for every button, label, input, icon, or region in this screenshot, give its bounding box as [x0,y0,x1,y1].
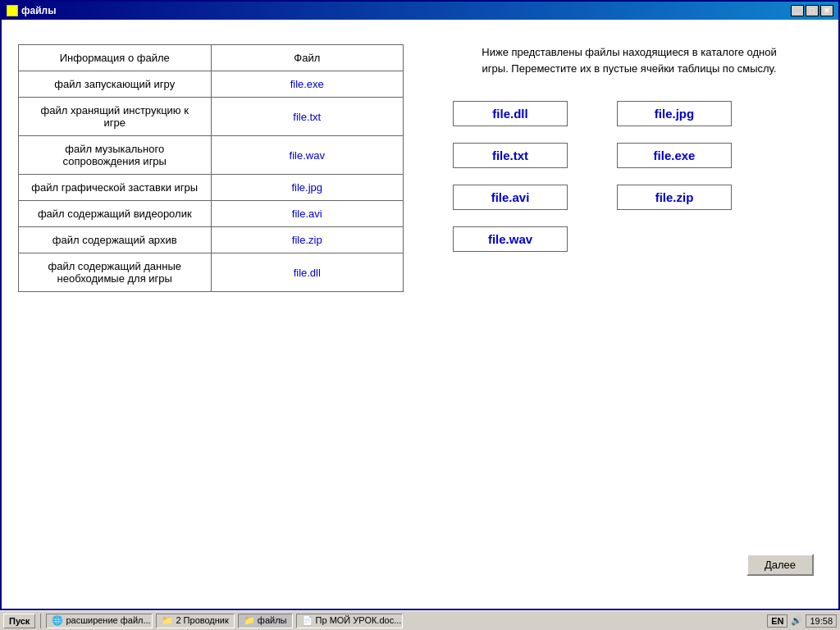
col2-header: Файл [211,45,404,71]
taskbar-item-1-label: 🌐 расширение файл... [52,615,150,626]
table-row: файл хранящий инструкцию к игреfile.txt [19,98,404,136]
file-box-5[interactable]: file.zip [617,185,732,210]
window-icon [7,5,18,16]
table-row: файл музыкального сопровождения игрыfile… [19,136,404,175]
row-desc-0: файл запускающий игру [19,71,212,98]
title-bar-left: файлы [7,5,56,16]
row-desc-3: файл графической заставки игры [19,175,212,201]
table-row: файл содержащий данные необходимые для и… [19,253,404,292]
row-file-4[interactable]: file.avi [211,201,404,227]
right-panel: Ниже представлены файлы находящиеся в ка… [436,36,822,592]
start-button[interactable]: Пуск [3,614,35,628]
file-grid: file.dllfile.jpgfile.txtfile.exefile.avi… [453,101,822,252]
taskbar-item-1[interactable]: 🌐 расширение файл... [46,614,153,628]
row-file-2[interactable]: file.wav [211,136,404,175]
file-box-1[interactable]: file.jpg [617,101,732,126]
table-row: файл содержащий видеороликfile.avi [19,201,404,227]
main-layout: Информация о файле Файл файл запускающий… [18,36,822,592]
clock: 19:58 [806,614,837,628]
row-file-6[interactable]: file.dll [211,253,404,292]
file-box-4[interactable]: file.avi [453,185,568,210]
taskbar-item-4[interactable]: 📄 Пр МОЙ УРОК.doc... [296,614,403,628]
row-desc-1: файл хранящий инструкцию к игре [19,98,212,136]
file-table: Информация о файле Файл файл запускающий… [18,44,404,292]
taskbar-right: EN 🔊 19:58 [767,614,837,628]
window-content: Информация о файле Файл файл запускающий… [2,20,838,609]
row-desc-2: файл музыкального сопровождения игры [19,136,212,175]
taskbar-item-2-label: 📁 2 Проводник [162,615,228,626]
table-row: файл запускающий игруfile.exe [19,71,404,98]
lang-indicator: EN [767,614,788,628]
file-box-6[interactable]: file.wav [453,226,568,252]
row-desc-6: файл содержащий данные необходимые для и… [19,253,212,292]
taskbar-item-2[interactable]: 📁 2 Проводник [156,614,234,628]
row-file-3[interactable]: file.jpg [211,175,404,201]
row-desc-4: файл содержащий видеоролик [19,201,212,227]
window-title: файлы [21,5,56,16]
title-bar: файлы _ □ ✕ [2,2,838,20]
main-window: файлы _ □ ✕ Информация о файле Файл [0,0,840,610]
file-box-0[interactable]: file.dll [453,101,568,126]
taskbar: Пуск 🌐 расширение файл... 📁 2 Проводник … [0,610,840,630]
row-file-5[interactable]: file.zip [211,227,404,253]
instruction-text: Ниже представлены файлы находящиеся в ка… [482,44,777,76]
file-box-2[interactable]: file.txt [453,143,568,168]
maximize-button[interactable]: □ [806,5,819,16]
taskbar-item-3-label: 📁 файлы [244,615,287,626]
file-box-3[interactable]: file.exe [617,143,732,168]
row-desc-5: файл содержащий архив [19,227,212,253]
table-row: файл содержащий архивfile.zip [19,227,404,253]
next-button[interactable]: Далее [746,554,814,576]
start-label: Пуск [9,616,30,626]
taskbar-item-4-label: 📄 Пр МОЙ УРОК.doc... [302,615,402,626]
left-panel: Информация о файле Файл файл запускающий… [18,44,404,592]
taskbar-item-3[interactable]: 📁 файлы [238,614,293,628]
tray-icons: 🔊 [791,615,802,626]
minimize-button[interactable]: _ [791,5,804,16]
row-file-1[interactable]: file.txt [211,98,404,136]
taskbar-divider [40,614,41,628]
row-file-0[interactable]: file.exe [211,71,404,98]
close-button[interactable]: ✕ [820,5,833,16]
title-bar-buttons: _ □ ✕ [791,5,833,16]
col1-header: Информация о файле [19,45,212,71]
table-row: файл графической заставки игрыfile.jpg [19,175,404,201]
